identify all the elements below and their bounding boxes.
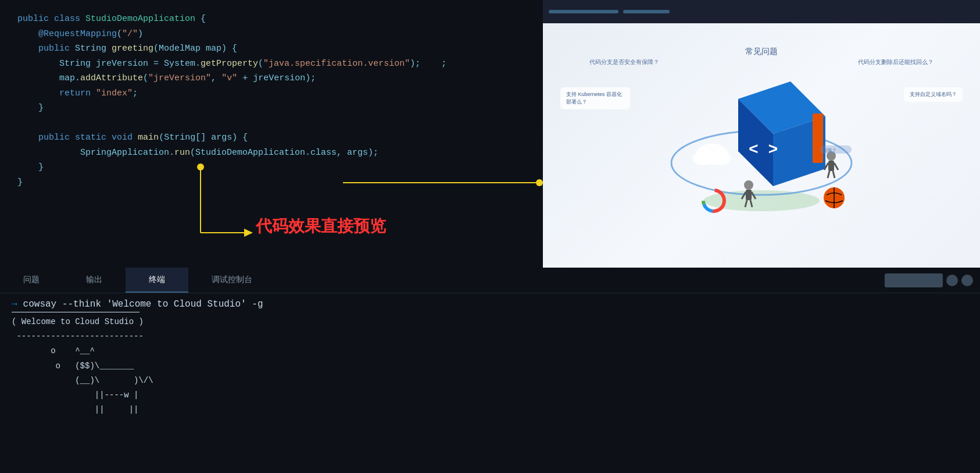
code-line-11: } (17, 160, 525, 175)
code-line-7: } (17, 101, 525, 116)
code-line-9: public static void main(String[] args) { (17, 130, 525, 145)
faq-box-right: 支持自定义域名吗？ (904, 87, 963, 102)
terminal-output-3: o ^__^ (12, 344, 968, 358)
terminal-output-7: || || (12, 403, 968, 417)
svg-rect-12 (813, 113, 823, 163)
preview-bar-1 (549, 10, 618, 13)
prompt-arrow: → (12, 299, 17, 310)
svg-text:< >: < > (749, 141, 778, 159)
cube-3d-svg: < > (663, 52, 860, 215)
terminal-output-5: (__)\ )\/\ (12, 374, 968, 388)
code-line-1: public class StudioDemoApplication { (17, 12, 525, 27)
svg-text:咨询？: 咨询？ (822, 148, 836, 153)
terminal-output-4: o ($$)\_______ (12, 359, 968, 374)
terminal-output-1: ( Welcome to Cloud Studio ) (12, 315, 968, 329)
code-line-10: SpringApplication.run(StudioDemoApplicat… (17, 145, 525, 161)
code-line-2: @RequestMapping("/") (17, 27, 525, 42)
code-line-5: map.addAttribute("jreVersion", "v" + jre… (17, 71, 525, 86)
terminal-content[interactable]: → cowsay --think 'Welcome to Cloud Studi… (0, 293, 980, 473)
tabs-right-controls (885, 268, 980, 293)
tab-problems[interactable]: 问题 (0, 268, 63, 293)
terminal-output-2: -------------------------- (12, 329, 968, 344)
svg-marker-2 (244, 229, 253, 237)
code-line-3: public String greeting(ModelMap map) { (17, 41, 525, 56)
code-line-8 (17, 116, 525, 131)
tab-right-circle-1[interactable] (946, 275, 958, 286)
tab-debug[interactable]: 调试控制台 (188, 268, 276, 293)
preview-panel: 常见问题 代码分支是否安全有保障？ 代码分支删除后还能找回么？ (543, 0, 980, 268)
tab-output[interactable]: 输出 (63, 268, 126, 293)
faq-text-right: 代码分支删除后还能找回么？ (858, 58, 933, 66)
tab-terminal[interactable]: 终端 (126, 268, 188, 293)
svg-line-31 (828, 171, 829, 178)
faq-text-left: 代码分支是否安全有保障？ (589, 58, 659, 66)
code-line-4: String jreVersion = System.getProperty("… (17, 56, 525, 72)
terminal-underline (12, 312, 140, 312)
preview-illustration: 常见问题 代码分支是否安全有保障？ 代码分支删除后还能找回么？ (543, 23, 980, 268)
terminal-output-6: ||----w | (12, 388, 968, 403)
svg-line-30 (834, 163, 838, 170)
svg-point-15 (710, 151, 731, 165)
terminal-command: cowsay --think 'Welcome to Cloud Studio'… (23, 299, 263, 310)
bottom-section: 问题 输出 终端 调试控制台 → cowsay --think 'Welcome… (0, 268, 980, 473)
preview-bar-2 (623, 10, 670, 13)
svg-point-5 (536, 179, 543, 186)
tab-right-circle-2[interactable] (961, 275, 973, 286)
tab-right-button[interactable] (885, 273, 943, 287)
preview-content: 常见问题 代码分支是否安全有保障？ 代码分支删除后还能找回么？ (543, 23, 980, 268)
svg-rect-28 (828, 161, 834, 171)
top-section: public class StudioDemoApplication { @Re… (0, 0, 980, 268)
terminal-prompt-line: → cowsay --think 'Welcome to Cloud Studi… (12, 299, 968, 310)
code-editor: public class StudioDemoApplication { @Re… (0, 0, 543, 268)
svg-line-32 (833, 171, 835, 178)
tabs-bar: 问题 输出 终端 调试控制台 (0, 268, 980, 293)
code-line-12: } (17, 175, 525, 190)
preview-toolbar (543, 0, 980, 23)
svg-rect-22 (746, 190, 752, 200)
annotation-label: 代码效果直接预览 (256, 215, 386, 237)
code-line-6: return "index"; (17, 86, 525, 101)
svg-point-21 (744, 180, 753, 190)
faq-box-left: 支持 Kubernetes 容器化部署么？ (560, 87, 630, 109)
